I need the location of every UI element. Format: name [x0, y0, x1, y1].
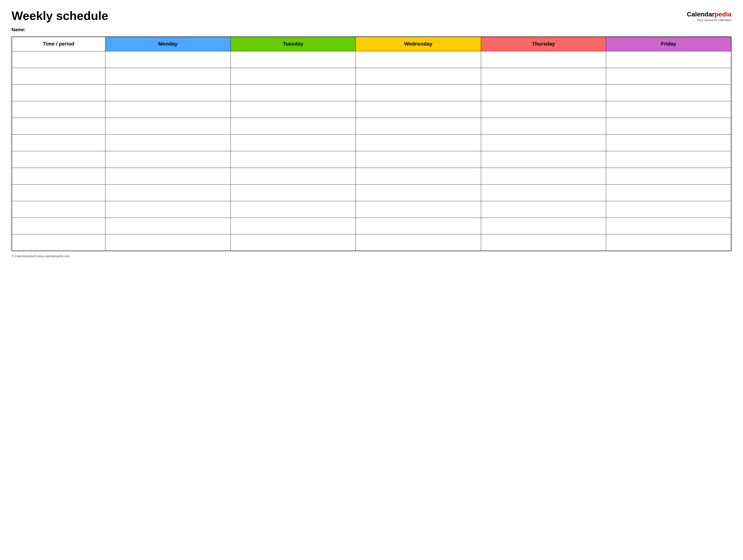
- cell-row5-col5[interactable]: [606, 134, 731, 151]
- cell-row2-col2[interactable]: [230, 84, 356, 101]
- table-row: [12, 68, 731, 84]
- logo-pedia-part: pedia: [714, 11, 732, 18]
- cell-row4-col2[interactable]: [230, 118, 356, 134]
- cell-row10-col4[interactable]: [481, 218, 606, 234]
- col-header-tuesday: Tuesday: [230, 37, 356, 51]
- cell-row9-col3[interactable]: [356, 201, 481, 218]
- cell-row5-col4[interactable]: [481, 134, 606, 151]
- cell-row3-col1[interactable]: [105, 101, 230, 118]
- cell-row2-col5[interactable]: [606, 84, 731, 101]
- cell-row8-col0[interactable]: [12, 184, 105, 201]
- cell-row0-col3[interactable]: [356, 51, 481, 68]
- table-row: [12, 218, 731, 234]
- page-title: Weekly schedule: [11, 9, 108, 23]
- cell-row4-col1[interactable]: [105, 118, 230, 134]
- table-row: [12, 101, 731, 118]
- cell-row7-col2[interactable]: [230, 168, 356, 184]
- cell-row11-col1[interactable]: [105, 234, 230, 251]
- cell-row7-col3[interactable]: [356, 168, 481, 184]
- logo-container: Calendarpedia Your source for calendars: [687, 10, 732, 22]
- cell-row1-col4[interactable]: [481, 68, 606, 84]
- cell-row2-col4[interactable]: [481, 84, 606, 101]
- cell-row6-col5[interactable]: [606, 151, 731, 168]
- cell-row8-col5[interactable]: [606, 184, 731, 201]
- cell-row1-col0[interactable]: [12, 68, 105, 84]
- cell-row4-col4[interactable]: [481, 118, 606, 134]
- cell-row5-col0[interactable]: [12, 134, 105, 151]
- table-row: [12, 201, 731, 218]
- cell-row11-col5[interactable]: [606, 234, 731, 251]
- cell-row11-col4[interactable]: [481, 234, 606, 251]
- footer-copyright: © Calendarpedia® www.calendarpedia.com: [11, 254, 732, 258]
- cell-row5-col2[interactable]: [230, 134, 356, 151]
- table-row: [12, 134, 731, 151]
- cell-row11-col3[interactable]: [356, 234, 481, 251]
- col-header-friday: Friday: [606, 37, 731, 51]
- col-header-thursday: Thursday: [481, 37, 606, 51]
- table-row: [12, 184, 731, 201]
- cell-row0-col0[interactable]: [12, 51, 105, 68]
- cell-row2-col3[interactable]: [356, 84, 481, 101]
- cell-row7-col1[interactable]: [105, 168, 230, 184]
- schedule-table: Time / period Monday Tuesday Wednesday T…: [11, 37, 732, 251]
- table-row: [12, 51, 731, 68]
- cell-row3-col4[interactable]: [481, 101, 606, 118]
- cell-row8-col4[interactable]: [481, 184, 606, 201]
- cell-row9-col1[interactable]: [105, 201, 230, 218]
- cell-row0-col2[interactable]: [230, 51, 356, 68]
- table-row: [12, 234, 731, 251]
- cell-row10-col0[interactable]: [12, 218, 105, 234]
- cell-row10-col5[interactable]: [606, 218, 731, 234]
- cell-row8-col3[interactable]: [356, 184, 481, 201]
- cell-row5-col3[interactable]: [356, 134, 481, 151]
- cell-row0-col4[interactable]: [481, 51, 606, 68]
- cell-row10-col3[interactable]: [356, 218, 481, 234]
- cell-row4-col5[interactable]: [606, 118, 731, 134]
- cell-row10-col2[interactable]: [230, 218, 356, 234]
- cell-row0-col5[interactable]: [606, 51, 731, 68]
- cell-row9-col4[interactable]: [481, 201, 606, 218]
- cell-row6-col0[interactable]: [12, 151, 105, 168]
- cell-row7-col4[interactable]: [481, 168, 606, 184]
- table-row: [12, 118, 731, 134]
- cell-row7-col5[interactable]: [606, 168, 731, 184]
- cell-row7-col0[interactable]: [12, 168, 105, 184]
- col-header-wednesday: Wednesday: [356, 37, 481, 51]
- cell-row2-col0[interactable]: [12, 84, 105, 101]
- cell-row0-col1[interactable]: [105, 51, 230, 68]
- logo-calendar-part: Calendar: [687, 11, 714, 18]
- cell-row1-col2[interactable]: [230, 68, 356, 84]
- cell-row9-col2[interactable]: [230, 201, 356, 218]
- logo-tagline: Your source for calendars: [697, 18, 732, 22]
- logo-text: Calendarpedia: [687, 10, 732, 18]
- cell-row8-col1[interactable]: [105, 184, 230, 201]
- cell-row3-col5[interactable]: [606, 101, 731, 118]
- cell-row3-col0[interactable]: [12, 101, 105, 118]
- cell-row11-col0[interactable]: [12, 234, 105, 251]
- cell-row3-col3[interactable]: [356, 101, 481, 118]
- cell-row9-col0[interactable]: [12, 201, 105, 218]
- page-header: Weekly schedule Calendarpedia Your sourc…: [11, 9, 732, 23]
- cell-row10-col1[interactable]: [105, 218, 230, 234]
- col-header-time: Time / period: [12, 37, 105, 51]
- table-row: [12, 84, 731, 101]
- cell-row2-col1[interactable]: [105, 84, 230, 101]
- cell-row3-col2[interactable]: [230, 101, 356, 118]
- cell-row4-col0[interactable]: [12, 118, 105, 134]
- cell-row8-col2[interactable]: [230, 184, 356, 201]
- cell-row6-col3[interactable]: [356, 151, 481, 168]
- cell-row1-col5[interactable]: [606, 68, 731, 84]
- table-header-row: Time / period Monday Tuesday Wednesday T…: [12, 37, 731, 51]
- cell-row11-col2[interactable]: [230, 234, 356, 251]
- cell-row5-col1[interactable]: [105, 134, 230, 151]
- cell-row4-col3[interactable]: [356, 118, 481, 134]
- cell-row1-col3[interactable]: [356, 68, 481, 84]
- schedule-body: [12, 51, 731, 251]
- cell-row6-col1[interactable]: [105, 151, 230, 168]
- cell-row9-col5[interactable]: [606, 201, 731, 218]
- cell-row1-col1[interactable]: [105, 68, 230, 84]
- cell-row6-col2[interactable]: [230, 151, 356, 168]
- name-label: Name:: [11, 27, 732, 32]
- cell-row6-col4[interactable]: [481, 151, 606, 168]
- table-row: [12, 168, 731, 184]
